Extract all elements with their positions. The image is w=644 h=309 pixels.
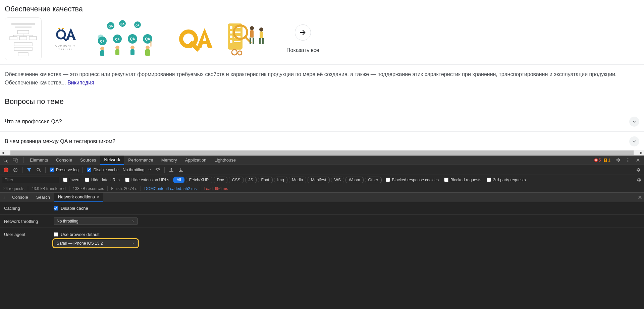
device-toggle-icon[interactable] [11, 156, 20, 165]
nc-user-agent-select[interactable]: Safari — iPhone iOS 13.2 [54, 240, 138, 247]
filter-settings-gear-icon[interactable] [635, 176, 643, 184]
tab-performance[interactable]: Performance [124, 156, 157, 165]
issues-counter[interactable]: 1 [603, 158, 610, 163]
tab-elements[interactable]: Elements [26, 156, 52, 165]
svg-text:QA: QA [108, 24, 113, 28]
svg-text:QA: QA [120, 22, 124, 25]
related-question-row[interactable]: В чем разница между QA и тестировщиком? [0, 132, 644, 151]
pill-fetch-xhr[interactable]: Fetch/XHR [186, 177, 212, 183]
pill-all[interactable]: All [173, 177, 184, 183]
pill-doc[interactable]: Doc [214, 177, 227, 183]
image-thumb-diagram[interactable] [5, 17, 42, 60]
nc-throttling-label: Network throttling [3, 219, 54, 224]
tab-sources[interactable]: Sources [76, 156, 100, 165]
nc-throttling-select[interactable]: No throttling [54, 218, 138, 225]
nc-disable-cache-checkbox[interactable]: Disable cache [54, 206, 88, 211]
drawer-tab-network-conditions[interactable]: Network conditions × [54, 193, 103, 202]
horizontal-scrollbar[interactable]: ◀ ▶ [0, 150, 644, 156]
network-conditions-icon[interactable] [154, 166, 162, 174]
nc-use-browser-default-checkbox[interactable]: Use browser default [54, 232, 138, 237]
third-party-checkbox[interactable]: 3rd-party requests [485, 178, 527, 182]
svg-rect-44 [230, 31, 232, 34]
blocked-cookies-checkbox[interactable]: Blocked response cookies [384, 178, 440, 182]
drawer-tab-search[interactable]: Search [32, 193, 54, 202]
image-thumb-qa-yellow[interactable] [174, 17, 219, 60]
record-button[interactable] [2, 166, 10, 174]
drawer-tab-console[interactable]: Console [8, 193, 32, 202]
import-har-icon[interactable] [177, 166, 185, 174]
pill-js[interactable]: JS [245, 177, 257, 183]
related-question-row[interactable]: Что за профессия QA? [0, 112, 644, 132]
disable-cache-checkbox[interactable]: Disable cache [86, 168, 120, 172]
settings-gear-icon[interactable] [613, 156, 623, 165]
nc-user-agent-label: User agent [3, 232, 54, 237]
export-har-icon[interactable] [167, 166, 175, 174]
blocked-requests-checkbox[interactable]: Blocked requests [443, 178, 483, 182]
drawer-close-icon[interactable] [636, 193, 644, 202]
svg-point-12 [58, 27, 60, 29]
tab-application[interactable]: Application [181, 156, 211, 165]
preserve-log-checkbox[interactable]: Preserve log [48, 168, 80, 172]
pill-manifest[interactable]: Manifest [308, 177, 329, 183]
show-all-images-button[interactable]: Показать все [286, 24, 319, 53]
hide-extension-urls-checkbox[interactable]: Hide extension URLs [124, 178, 171, 182]
svg-point-76 [4, 198, 4, 199]
status-domcontentloaded: DOMContentLoaded: 552 ms [141, 186, 200, 191]
pill-css[interactable]: CSS [229, 177, 244, 183]
filter-funnel-icon[interactable] [25, 166, 33, 174]
pill-media[interactable]: Media [289, 177, 307, 183]
drawer-kebab-icon[interactable] [0, 193, 8, 202]
svg-rect-53 [250, 38, 251, 44]
clear-button[interactable] [11, 166, 19, 174]
inspect-element-icon[interactable] [1, 156, 11, 165]
svg-rect-48 [230, 40, 232, 43]
network-settings-gear-icon[interactable] [634, 166, 642, 174]
image-thumb-checklist[interactable] [222, 17, 274, 60]
pill-font[interactable]: Font [258, 177, 273, 183]
tab-lighthouse[interactable]: Lighthouse [210, 156, 240, 165]
svg-text:QA: QA [130, 37, 135, 41]
pill-wasm[interactable]: Wasm [345, 177, 364, 183]
scroll-right-arrow[interactable]: ▶ [638, 150, 644, 156]
svg-point-73 [157, 170, 158, 171]
close-tab-icon[interactable]: × [97, 194, 100, 199]
filter-input[interactable] [2, 177, 59, 183]
close-devtools-icon[interactable] [633, 156, 643, 165]
related-questions-heading: Вопросы по теме [0, 92, 644, 112]
svg-rect-7 [14, 47, 32, 51]
status-requests: 24 requests [3, 186, 28, 191]
svg-rect-54 [253, 38, 254, 44]
pill-img[interactable]: Img [274, 177, 287, 183]
svg-point-59 [232, 50, 237, 55]
pill-ws[interactable]: WS [331, 177, 344, 183]
svg-point-72 [37, 168, 40, 171]
image-thumb-qa-community[interactable]: COMMUNITY TBILISI [44, 17, 86, 60]
svg-point-30 [115, 46, 119, 50]
svg-text:COMMUNITY: COMMUNITY [55, 44, 75, 47]
hide-data-urls-checkbox[interactable]: Hide data URLs [84, 178, 121, 182]
svg-rect-8 [18, 53, 28, 56]
error-counter[interactable]: 5 [594, 158, 601, 163]
svg-rect-0 [11, 23, 35, 25]
svg-rect-27 [100, 50, 104, 56]
tab-network[interactable]: Network [100, 156, 124, 165]
image-thumb-qa-people[interactable]: QA QA QA QA QA QA QA [89, 17, 171, 60]
pill-other[interactable]: Other [365, 177, 382, 183]
search-icon[interactable] [35, 166, 43, 174]
tab-console[interactable]: Console [52, 156, 76, 165]
status-transferred: 43.9 kB transferred [28, 186, 69, 191]
scroll-left-arrow[interactable]: ◀ [0, 150, 6, 156]
tab-memory[interactable]: Memory [157, 156, 181, 165]
related-question-text: Что за профессия QA? [5, 119, 62, 125]
snippet-text: Обеспечение качества — это процесс или р… [5, 71, 617, 77]
svg-rect-63 [16, 159, 18, 162]
chevron-down-icon [629, 117, 639, 127]
throttling-select[interactable]: No throttling [121, 167, 153, 173]
kebab-menu-icon[interactable] [623, 156, 633, 165]
svg-text:QA: QA [100, 40, 105, 43]
svg-rect-5 [29, 37, 37, 40]
snippet-source-link[interactable]: Википедия [67, 80, 94, 85]
svg-text:QA: QA [145, 37, 150, 41]
invert-checkbox[interactable]: Invert [62, 178, 81, 182]
devtools-tabs: Elements Console Sources Network Perform… [26, 156, 240, 165]
